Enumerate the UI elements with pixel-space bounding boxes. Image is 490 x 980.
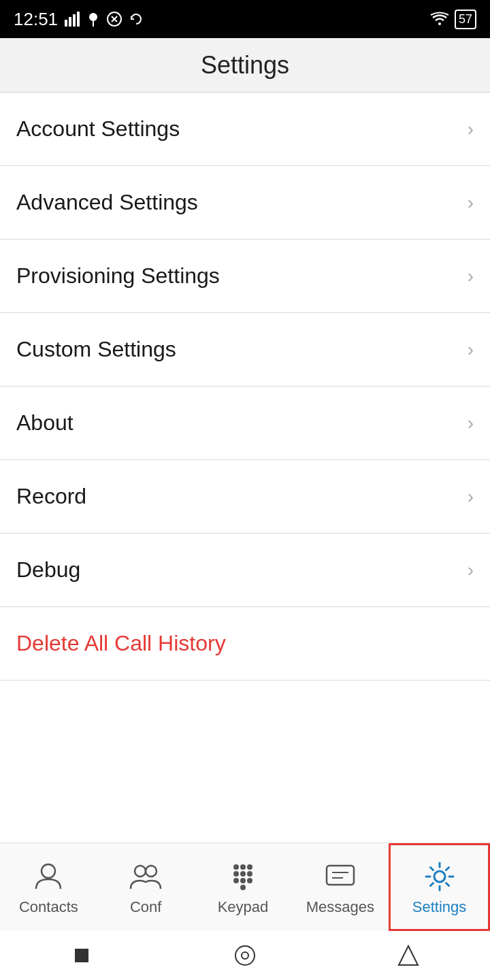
svg-point-27 xyxy=(242,952,248,959)
chevron-right-icon-account-settings: › xyxy=(468,118,474,140)
settings-item-label-custom-settings: Custom Settings xyxy=(16,337,176,362)
system-home-button[interactable] xyxy=(231,942,259,969)
svg-rect-3 xyxy=(77,12,80,27)
settings-item-advanced-settings[interactable]: Advanced Settings › xyxy=(0,166,490,240)
nav-item-settings[interactable]: Settings xyxy=(389,843,490,931)
settings-item-label-advanced-settings: Advanced Settings xyxy=(16,190,198,215)
signal-icon xyxy=(65,12,80,27)
messages-icon xyxy=(323,859,358,894)
nav-label-messages: Messages xyxy=(306,898,374,916)
svg-rect-1 xyxy=(69,17,71,27)
page-title: Settings xyxy=(201,51,289,80)
settings-item-label-about: About xyxy=(16,410,74,436)
chevron-right-icon-about: › xyxy=(468,412,474,434)
time-display: 12:51 xyxy=(14,9,58,30)
svg-point-18 xyxy=(240,878,246,883)
settings-item-about[interactable]: About › xyxy=(0,387,490,460)
svg-point-9 xyxy=(135,866,146,877)
system-recents-button[interactable] xyxy=(395,942,422,969)
svg-point-16 xyxy=(247,871,252,877)
svg-point-8 xyxy=(42,864,55,878)
svg-rect-25 xyxy=(75,949,88,962)
location-icon xyxy=(86,12,100,27)
svg-rect-2 xyxy=(73,14,76,27)
nav-label-conf: Conf xyxy=(130,898,161,916)
status-right: 57 xyxy=(430,10,476,29)
svg-point-19 xyxy=(247,878,252,883)
settings-list: Account Settings › Advanced Settings › P… xyxy=(0,93,490,681)
nav-label-settings: Settings xyxy=(412,898,467,916)
svg-point-14 xyxy=(233,871,239,877)
wifi-icon xyxy=(430,12,449,27)
refresh-icon xyxy=(129,12,144,27)
settings-item-label-account-settings: Account Settings xyxy=(16,116,180,142)
svg-point-20 xyxy=(240,885,246,890)
settings-items-container: Account Settings › Advanced Settings › P… xyxy=(0,93,490,607)
delete-all-call-history-button[interactable]: Delete All Call History xyxy=(0,607,490,681)
keypad-icon xyxy=(225,859,261,894)
svg-point-15 xyxy=(240,871,246,877)
svg-point-4 xyxy=(89,13,97,21)
nav-label-contacts: Contacts xyxy=(19,898,78,916)
svg-point-17 xyxy=(233,878,239,883)
settings-content: Account Settings › Advanced Settings › P… xyxy=(0,93,490,843)
battery-indicator: 57 xyxy=(455,10,476,29)
settings-item-label-provisioning-settings: Provisioning Settings xyxy=(16,263,220,289)
chevron-right-icon-record: › xyxy=(468,486,474,508)
status-bar: 12:51 57 xyxy=(0,0,490,38)
chevron-right-icon-debug: › xyxy=(468,559,474,581)
nav-item-conf[interactable]: Conf xyxy=(97,843,195,931)
svg-marker-28 xyxy=(399,946,418,965)
svg-point-13 xyxy=(247,864,252,870)
chevron-right-icon-advanced-settings: › xyxy=(468,192,474,214)
nav-item-messages[interactable]: Messages xyxy=(291,843,389,931)
battery-level: 57 xyxy=(459,12,472,26)
settings-item-label-record: Record xyxy=(16,484,86,509)
system-nav-bar xyxy=(0,931,490,980)
nav-items-container: Contacts Conf Keypad Messages Settings xyxy=(0,843,490,931)
svg-rect-21 xyxy=(327,866,354,885)
settings-icon xyxy=(422,859,457,894)
contacts-icon xyxy=(31,859,66,894)
svg-rect-0 xyxy=(65,20,67,27)
settings-item-debug[interactable]: Debug › xyxy=(0,534,490,607)
page-header: Settings xyxy=(0,38,490,93)
delete-label: Delete All Call History xyxy=(16,631,226,656)
bottom-nav: Contacts Conf Keypad Messages Settings xyxy=(0,843,490,931)
x-circle-icon xyxy=(107,12,122,27)
conf-icon xyxy=(128,859,163,894)
svg-point-12 xyxy=(240,864,246,870)
svg-point-24 xyxy=(434,871,445,882)
settings-item-provisioning-settings[interactable]: Provisioning Settings › xyxy=(0,240,490,313)
system-back-button[interactable] xyxy=(68,942,95,969)
chevron-right-icon-provisioning-settings: › xyxy=(468,265,474,287)
status-left: 12:51 xyxy=(14,9,144,30)
settings-item-record[interactable]: Record › xyxy=(0,460,490,534)
nav-label-keypad: Keypad xyxy=(218,898,269,916)
nav-item-contacts[interactable]: Contacts xyxy=(0,843,97,931)
svg-point-11 xyxy=(233,864,239,870)
settings-item-label-debug: Debug xyxy=(16,557,80,583)
svg-point-10 xyxy=(146,866,157,877)
settings-item-custom-settings[interactable]: Custom Settings › xyxy=(0,313,490,387)
svg-point-26 xyxy=(235,946,255,965)
chevron-right-icon-custom-settings: › xyxy=(468,339,474,361)
settings-item-account-settings[interactable]: Account Settings › xyxy=(0,93,490,166)
nav-item-keypad[interactable]: Keypad xyxy=(195,843,292,931)
